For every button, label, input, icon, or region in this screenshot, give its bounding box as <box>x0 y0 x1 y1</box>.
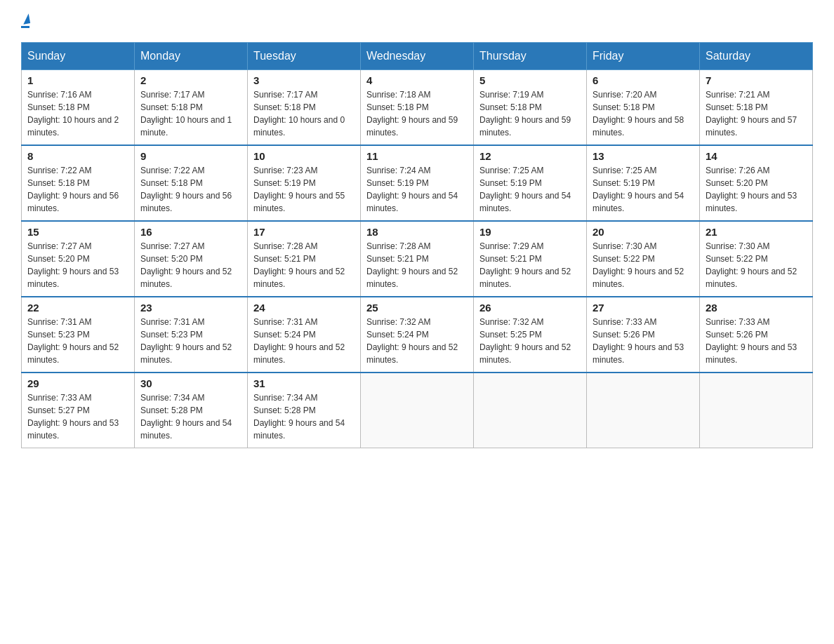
day-info: Sunrise: 7:25 AMSunset: 5:19 PMDaylight:… <box>593 164 694 215</box>
calendar-day-cell <box>587 373 700 448</box>
day-of-week-header: Saturday <box>700 43 813 70</box>
calendar-body: 1Sunrise: 7:16 AMSunset: 5:18 PMDaylight… <box>22 70 813 448</box>
day-info: Sunrise: 7:26 AMSunset: 5:20 PMDaylight:… <box>706 164 807 215</box>
day-info: Sunrise: 7:31 AMSunset: 5:23 PMDaylight:… <box>27 316 128 366</box>
day-info: Sunrise: 7:19 AMSunset: 5:18 PMDaylight:… <box>479 88 581 139</box>
calendar-day-cell: 10Sunrise: 7:23 AMSunset: 5:19 PMDayligh… <box>248 145 361 221</box>
day-info: Sunrise: 7:24 AMSunset: 5:19 PMDaylight:… <box>366 164 468 215</box>
calendar-week-row: 1Sunrise: 7:16 AMSunset: 5:18 PMDaylight… <box>22 70 813 146</box>
calendar-day-cell: 14Sunrise: 7:26 AMSunset: 5:20 PMDayligh… <box>700 145 813 221</box>
calendar-day-cell: 24Sunrise: 7:31 AMSunset: 5:24 PMDayligh… <box>248 297 361 373</box>
calendar-day-cell <box>474 373 587 448</box>
day-number: 4 <box>366 74 468 86</box>
calendar-day-cell: 1Sunrise: 7:16 AMSunset: 5:18 PMDaylight… <box>22 70 135 146</box>
day-number: 25 <box>366 302 468 314</box>
day-info: Sunrise: 7:33 AMSunset: 5:26 PMDaylight:… <box>593 316 694 366</box>
day-number: 28 <box>706 302 807 314</box>
header-row: SundayMondayTuesdayWednesdayThursdayFrid… <box>22 43 813 70</box>
day-of-week-header: Monday <box>135 43 248 70</box>
calendar-day-cell: 13Sunrise: 7:25 AMSunset: 5:19 PMDayligh… <box>587 145 700 221</box>
day-info: Sunrise: 7:34 AMSunset: 5:28 PMDaylight:… <box>253 391 355 442</box>
calendar-day-cell: 27Sunrise: 7:33 AMSunset: 5:26 PMDayligh… <box>587 297 700 373</box>
day-number: 31 <box>253 377 355 389</box>
day-number: 16 <box>140 226 241 238</box>
calendar-day-cell: 28Sunrise: 7:33 AMSunset: 5:26 PMDayligh… <box>700 297 813 373</box>
day-number: 3 <box>253 74 355 86</box>
calendar-week-row: 8Sunrise: 7:22 AMSunset: 5:18 PMDaylight… <box>22 145 813 221</box>
calendar-day-cell: 19Sunrise: 7:29 AMSunset: 5:21 PMDayligh… <box>474 221 587 297</box>
calendar-day-cell: 30Sunrise: 7:34 AMSunset: 5:28 PMDayligh… <box>135 373 248 448</box>
day-info: Sunrise: 7:25 AMSunset: 5:19 PMDaylight:… <box>479 164 581 215</box>
day-number: 26 <box>479 302 581 314</box>
day-info: Sunrise: 7:20 AMSunset: 5:18 PMDaylight:… <box>593 88 694 139</box>
day-number: 5 <box>479 74 581 86</box>
day-number: 22 <box>27 302 128 314</box>
day-number: 12 <box>479 150 581 162</box>
day-info: Sunrise: 7:17 AMSunset: 5:18 PMDaylight:… <box>253 88 355 139</box>
day-number: 8 <box>27 150 128 162</box>
calendar-day-cell: 23Sunrise: 7:31 AMSunset: 5:23 PMDayligh… <box>135 297 248 373</box>
day-number: 23 <box>140 302 241 314</box>
day-info: Sunrise: 7:23 AMSunset: 5:19 PMDaylight:… <box>253 164 355 215</box>
calendar-day-cell: 17Sunrise: 7:28 AMSunset: 5:21 PMDayligh… <box>248 221 361 297</box>
day-of-week-header: Thursday <box>474 43 587 70</box>
day-number: 15 <box>27 226 128 238</box>
day-number: 30 <box>140 377 241 389</box>
calendar-day-cell: 29Sunrise: 7:33 AMSunset: 5:27 PMDayligh… <box>22 373 135 448</box>
day-info: Sunrise: 7:32 AMSunset: 5:24 PMDaylight:… <box>366 316 468 366</box>
calendar-week-row: 29Sunrise: 7:33 AMSunset: 5:27 PMDayligh… <box>22 373 813 448</box>
calendar-day-cell: 15Sunrise: 7:27 AMSunset: 5:20 PMDayligh… <box>22 221 135 297</box>
day-of-week-header: Sunday <box>22 43 135 70</box>
calendar-week-row: 15Sunrise: 7:27 AMSunset: 5:20 PMDayligh… <box>22 221 813 297</box>
day-number: 13 <box>593 150 694 162</box>
calendar-day-cell: 2Sunrise: 7:17 AMSunset: 5:18 PMDaylight… <box>135 70 248 146</box>
calendar-week-row: 22Sunrise: 7:31 AMSunset: 5:23 PMDayligh… <box>22 297 813 373</box>
calendar-day-cell: 20Sunrise: 7:30 AMSunset: 5:22 PMDayligh… <box>587 221 700 297</box>
calendar-day-cell: 18Sunrise: 7:28 AMSunset: 5:21 PMDayligh… <box>361 221 474 297</box>
calendar-day-cell: 4Sunrise: 7:18 AMSunset: 5:18 PMDaylight… <box>361 70 474 146</box>
day-info: Sunrise: 7:27 AMSunset: 5:20 PMDaylight:… <box>140 240 241 290</box>
day-info: Sunrise: 7:30 AMSunset: 5:22 PMDaylight:… <box>706 240 807 290</box>
calendar-day-cell: 6Sunrise: 7:20 AMSunset: 5:18 PMDaylight… <box>587 70 700 146</box>
day-number: 27 <box>593 302 694 314</box>
day-info: Sunrise: 7:31 AMSunset: 5:23 PMDaylight:… <box>140 316 241 366</box>
calendar-day-cell: 9Sunrise: 7:22 AMSunset: 5:18 PMDaylight… <box>135 145 248 221</box>
day-number: 9 <box>140 150 241 162</box>
day-of-week-header: Friday <box>587 43 700 70</box>
calendar-day-cell: 21Sunrise: 7:30 AMSunset: 5:22 PMDayligh… <box>700 221 813 297</box>
calendar-day-cell: 26Sunrise: 7:32 AMSunset: 5:25 PMDayligh… <box>474 297 587 373</box>
logo-underline <box>21 26 29 28</box>
day-number: 11 <box>366 150 468 162</box>
day-info: Sunrise: 7:33 AMSunset: 5:26 PMDaylight:… <box>706 316 807 366</box>
calendar-day-cell: 22Sunrise: 7:31 AMSunset: 5:23 PMDayligh… <box>22 297 135 373</box>
day-of-week-header: Wednesday <box>361 43 474 70</box>
calendar-day-cell: 5Sunrise: 7:19 AMSunset: 5:18 PMDaylight… <box>474 70 587 146</box>
day-info: Sunrise: 7:34 AMSunset: 5:28 PMDaylight:… <box>140 391 241 442</box>
day-info: Sunrise: 7:30 AMSunset: 5:22 PMDaylight:… <box>593 240 694 290</box>
day-number: 17 <box>253 226 355 238</box>
day-info: Sunrise: 7:22 AMSunset: 5:18 PMDaylight:… <box>140 164 241 215</box>
day-info: Sunrise: 7:16 AMSunset: 5:18 PMDaylight:… <box>27 88 128 139</box>
calendar-day-cell: 11Sunrise: 7:24 AMSunset: 5:19 PMDayligh… <box>361 145 474 221</box>
calendar-day-cell: 12Sunrise: 7:25 AMSunset: 5:19 PMDayligh… <box>474 145 587 221</box>
day-number: 29 <box>27 377 128 389</box>
day-number: 1 <box>27 74 128 86</box>
day-info: Sunrise: 7:31 AMSunset: 5:24 PMDaylight:… <box>253 316 355 366</box>
day-number: 21 <box>706 226 807 238</box>
day-info: Sunrise: 7:22 AMSunset: 5:18 PMDaylight:… <box>27 164 128 215</box>
calendar-day-cell: 7Sunrise: 7:21 AMSunset: 5:18 PMDaylight… <box>700 70 813 146</box>
calendar-day-cell: 31Sunrise: 7:34 AMSunset: 5:28 PMDayligh… <box>248 373 361 448</box>
day-info: Sunrise: 7:32 AMSunset: 5:25 PMDaylight:… <box>479 316 581 366</box>
logo-arrow-icon <box>22 13 30 25</box>
logo <box>21 14 29 28</box>
day-info: Sunrise: 7:27 AMSunset: 5:20 PMDaylight:… <box>27 240 128 290</box>
calendar-day-cell: 3Sunrise: 7:17 AMSunset: 5:18 PMDaylight… <box>248 70 361 146</box>
day-number: 14 <box>706 150 807 162</box>
calendar-day-cell: 25Sunrise: 7:32 AMSunset: 5:24 PMDayligh… <box>361 297 474 373</box>
calendar-header: SundayMondayTuesdayWednesdayThursdayFrid… <box>22 43 813 70</box>
calendar-table: SundayMondayTuesdayWednesdayThursdayFrid… <box>21 42 813 448</box>
page-header <box>21 14 813 28</box>
day-number: 10 <box>253 150 355 162</box>
calendar-day-cell: 8Sunrise: 7:22 AMSunset: 5:18 PMDaylight… <box>22 145 135 221</box>
day-info: Sunrise: 7:21 AMSunset: 5:18 PMDaylight:… <box>706 88 807 139</box>
